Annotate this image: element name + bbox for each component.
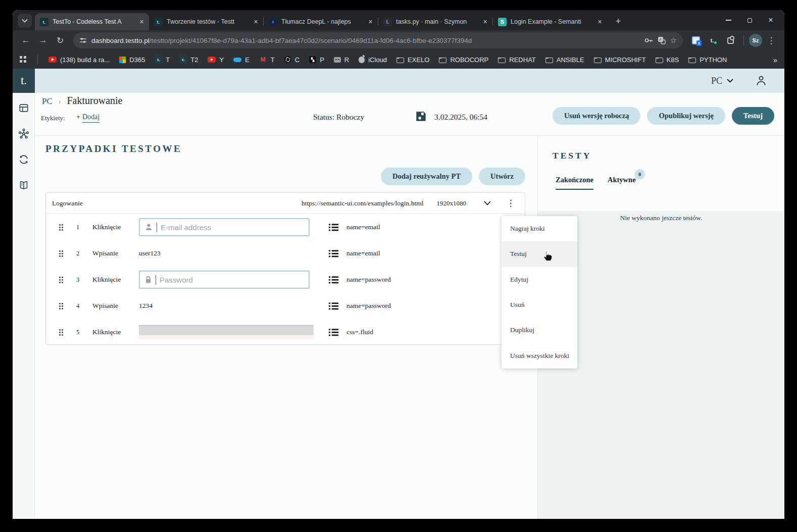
- testto-extension-icon[interactable]: t.: [705, 32, 721, 48]
- publish-version-button[interactable]: Opublikuj wersję: [647, 107, 725, 125]
- bookmark-item[interactable]: iCloud: [359, 56, 387, 64]
- close-window-button[interactable]: ×: [760, 10, 781, 30]
- bookmark-item[interactable]: D365: [119, 56, 145, 64]
- address-bar[interactable]: dashboard.testto.pl/testto/projekt/41067…: [73, 32, 683, 48]
- text-caret: [157, 223, 157, 232]
- maximize-button[interactable]: [739, 10, 760, 30]
- bookmark-folder[interactable]: K8S: [656, 56, 679, 64]
- tab-completed-tests[interactable]: Zakończone: [556, 176, 593, 190]
- environment-selector[interactable]: PC: [711, 69, 733, 93]
- bookmark-item[interactable]: T: [259, 56, 275, 64]
- menu-item-record-steps[interactable]: Nagraj kroki: [502, 216, 577, 241]
- selector-list-icon[interactable]: [329, 224, 338, 231]
- drag-handle[interactable]: [51, 250, 68, 257]
- collapse-card-button[interactable]: [481, 197, 493, 209]
- selector-list-icon[interactable]: [329, 302, 338, 310]
- breadcrumb-separator: ›: [59, 98, 61, 106]
- translate-icon[interactable]: A: [658, 36, 666, 44]
- bookmark-folder[interactable]: ROBOCORP: [439, 56, 488, 64]
- back-button[interactable]: ←: [18, 32, 34, 48]
- bookmark-folder[interactable]: MICROSHIFT: [594, 56, 646, 64]
- tab-search-button[interactable]: [18, 14, 32, 28]
- bookmark-folder[interactable]: PYTHON: [688, 56, 727, 64]
- menu-item-duplicate[interactable]: Duplikuj: [502, 317, 577, 343]
- app-logo[interactable]: t.: [13, 69, 35, 93]
- test-case-actions: Dodaj reużywalny PT Utwórz: [381, 168, 525, 185]
- forward-button[interactable]: →: [35, 32, 51, 48]
- add-reusable-button[interactable]: Dodaj reużywalny PT: [381, 168, 472, 185]
- bookmark-item[interactable]: (138) build a ra...: [48, 56, 110, 64]
- close-tab-icon[interactable]: ×: [137, 18, 146, 26]
- create-button[interactable]: Utwórz: [479, 168, 525, 185]
- testto-icon: [179, 56, 187, 64]
- bookmark-item[interactable]: P: [309, 56, 324, 64]
- bookmark-item[interactable]: Y: [208, 56, 224, 64]
- tab-testto[interactable]: TestTo - Codeless Test A ×: [35, 13, 149, 30]
- browser-menu-icon[interactable]: ⋮: [763, 32, 779, 48]
- bookmark-item[interactable]: T2: [179, 56, 198, 64]
- test-button[interactable]: Testuj: [732, 107, 774, 125]
- step-action: Wpisanie: [87, 249, 139, 257]
- close-tab-icon[interactable]: ×: [366, 18, 375, 26]
- testto-app: t. PC PC › Fakturowanie: [13, 69, 784, 519]
- extension-badge: 1: [696, 40, 702, 46]
- bookmarks-overflow-icon[interactable]: »: [773, 56, 777, 64]
- step-action: Kliknięcie: [87, 223, 139, 231]
- drag-handle[interactable]: [51, 303, 68, 309]
- page-title: Fakturowanie: [67, 95, 122, 107]
- testto-favicon: [40, 18, 48, 26]
- extension-blue-icon[interactable]: 1: [688, 32, 704, 48]
- sidebar-item-projects[interactable]: [18, 102, 30, 114]
- bookmark-folder[interactable]: REDHAT: [498, 56, 535, 64]
- chevron-down-icon: [22, 19, 28, 23]
- tab-deepl[interactable]: Tłumacz DeepL - najleps ×: [264, 13, 378, 30]
- tab-tasks[interactable]: tasks.py · main · Szymon ×: [378, 13, 492, 30]
- youtube-icon: [208, 57, 216, 63]
- password-key-icon[interactable]: [644, 37, 653, 43]
- extensions-puzzle-icon[interactable]: [722, 32, 738, 48]
- drag-handle[interactable]: [51, 224, 68, 231]
- close-tab-icon[interactable]: ×: [595, 18, 604, 26]
- header-actions: Usuń wersję roboczą Opublikuj wersję Tes…: [553, 107, 774, 125]
- close-tab-icon[interactable]: ×: [481, 18, 489, 26]
- sidebar-item-sync[interactable]: [18, 153, 30, 166]
- bookmark-item[interactable]: R: [334, 56, 349, 64]
- step-number: 4: [68, 302, 87, 310]
- drag-handle[interactable]: [51, 277, 68, 283]
- test-case-card-header[interactable]: Logowanie https://semantic-ui.com/exampl…: [46, 193, 525, 214]
- new-tab-button[interactable]: +: [611, 14, 625, 28]
- menu-item-test[interactable]: Testuj: [502, 241, 577, 267]
- selector-list-icon[interactable]: [329, 250, 338, 257]
- step-target-preview: Password: [139, 271, 314, 289]
- bookmark-item[interactable]: E: [233, 56, 250, 64]
- menu-item-delete-all-steps[interactable]: Usuń wszystkie kroki: [502, 343, 577, 368]
- drag-handle[interactable]: [51, 329, 68, 336]
- menu-item-delete[interactable]: Usuń: [502, 292, 577, 317]
- reload-button[interactable]: ↻: [52, 32, 68, 48]
- bookmark-star-icon[interactable]: ☆: [670, 36, 677, 45]
- menu-item-edit[interactable]: Edytuj: [502, 267, 577, 292]
- site-settings-icon[interactable]: [79, 37, 87, 44]
- bookmark-folder[interactable]: ANSIBLE: [545, 56, 584, 64]
- apps-grid-icon[interactable]: [20, 56, 27, 63]
- profile-avatar[interactable]: Sz: [749, 34, 762, 47]
- add-label-link[interactable]: +Dodaj: [76, 113, 99, 121]
- bookmark-item[interactable]: C: [284, 56, 300, 64]
- bookmark-folder[interactable]: EXELO: [396, 56, 429, 64]
- selector-list-icon[interactable]: [329, 276, 338, 284]
- user-profile-button[interactable]: [755, 75, 767, 89]
- tab-tworzenie[interactable]: Tworzenie testów - Testt ×: [149, 13, 263, 30]
- onedrive-icon: [233, 58, 241, 62]
- tab-semantic[interactable]: Login Example - Semanti ×: [493, 13, 607, 30]
- delete-draft-button[interactable]: Usuń wersję roboczą: [553, 107, 641, 125]
- close-tab-icon[interactable]: ×: [252, 18, 260, 26]
- url-text[interactable]: dashboard.testto.pl/testto/projekt/41067…: [91, 37, 640, 44]
- minimize-button[interactable]: [718, 10, 739, 30]
- bookmark-item[interactable]: T: [155, 56, 170, 64]
- breadcrumb-root-link[interactable]: PC: [42, 96, 53, 107]
- sidebar-item-flows[interactable]: [18, 128, 30, 140]
- sidebar-item-docs[interactable]: [18, 179, 30, 191]
- tab-active-tests[interactable]: Aktywne: [608, 176, 636, 184]
- card-menu-button[interactable]: ⋮: [505, 197, 517, 209]
- selector-list-icon[interactable]: [329, 329, 338, 336]
